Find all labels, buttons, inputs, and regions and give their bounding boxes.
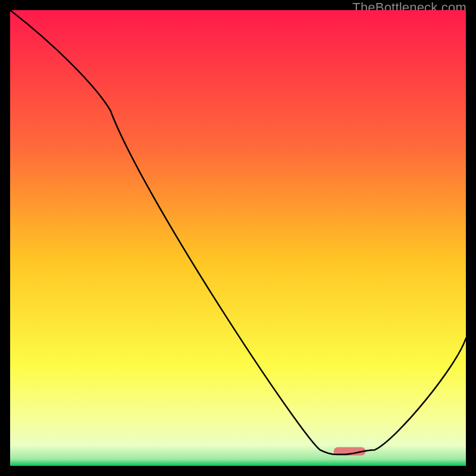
chart-svg (10, 10, 466, 466)
gradient-background (10, 10, 466, 466)
plot-area (10, 10, 466, 466)
chart-container: TheBottleneck.com (0, 0, 476, 476)
